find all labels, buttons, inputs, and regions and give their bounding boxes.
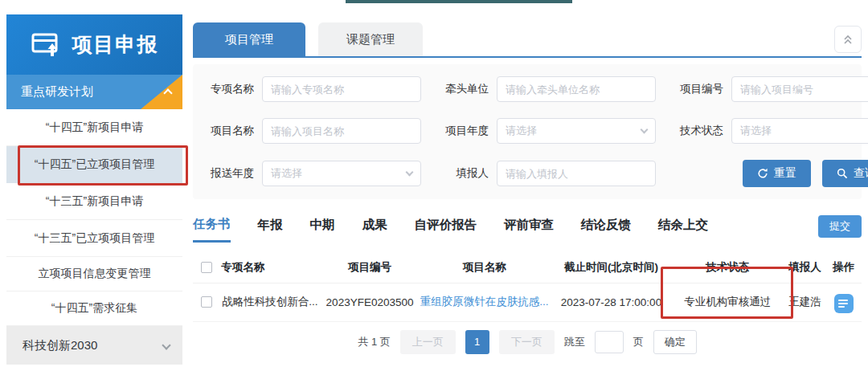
cell-special-name: 战略性科技创新合... xyxy=(220,283,322,321)
header-tech-status: 技术状态 xyxy=(671,252,784,283)
sidebar-section-label: 重点研发计划 xyxy=(21,84,93,100)
subtab-task-book[interactable]: 任务书 xyxy=(193,216,231,243)
header-deadline: 截止时间(北京时间) xyxy=(551,252,671,283)
search-form: 专项名称 牵头单位 项目编号 项目名称 项目年度 请选择 xyxy=(193,64,862,199)
form-buttons: 重置 查询 xyxy=(674,160,868,187)
cell-tech-status: 专业机构审核通过 xyxy=(671,283,784,321)
sidebar: 项目申报 重点研发计划 “十四五”新项目申请 “十四五”已立项项目管理 “十三五… xyxy=(6,14,182,365)
field-project-year: 项目年度 请选择 xyxy=(439,118,656,144)
button-label: 重置 xyxy=(774,166,796,181)
chevron-down-icon xyxy=(406,169,414,177)
search-button[interactable]: 查询 xyxy=(822,160,868,187)
jump-page-input[interactable] xyxy=(595,331,624,353)
button-label: 查询 xyxy=(854,166,868,181)
field-label: 牵头单位 xyxy=(439,82,489,96)
subtab-conclusion-feedback[interactable]: 结论反馈 xyxy=(581,217,631,241)
main-content: 项目管理 课题管理 专项名称 牵头单位 项目 xyxy=(193,24,862,354)
field-tech-status: 技术状态 请选择 xyxy=(674,118,868,144)
field-label: 项目名称 xyxy=(204,124,254,138)
top-divider xyxy=(346,0,572,3)
reset-button[interactable]: 重置 xyxy=(743,160,811,187)
sidebar-item-label: “十四五”已立项项目管理 xyxy=(35,157,154,172)
sidebar-item-label: 立项项目信息变更管理 xyxy=(39,267,151,281)
tab-label: 课题管理 xyxy=(346,32,395,47)
next-page-button[interactable]: 下一页 xyxy=(499,330,555,354)
double-chevron-up-icon xyxy=(841,33,854,46)
tab-bar: 项目管理 课题管理 xyxy=(193,24,862,58)
field-label: 专项名称 xyxy=(204,82,254,96)
jump-prefix-label: 跳至 xyxy=(564,335,585,349)
reporter-input[interactable] xyxy=(497,161,656,186)
current-page-button[interactable]: 1 xyxy=(465,330,489,354)
header-special-name: 专项名称 xyxy=(220,252,322,283)
header-reporter: 填报人 xyxy=(784,252,825,283)
field-label: 报送年度 xyxy=(204,166,254,181)
document-upload-icon xyxy=(31,31,63,59)
sidebar-item-14-5-new-application[interactable]: “十四五”新项目申请 xyxy=(6,109,182,146)
subtab-achievements[interactable]: 成果 xyxy=(362,217,387,241)
sub-tab-bar: 任务书 年报 中期 成果 自评价报告 评前审查 结论反馈 结余上交 提交 xyxy=(193,215,862,243)
field-project-name: 项目名称 xyxy=(204,118,421,144)
tab-project-management[interactable]: 项目管理 xyxy=(193,22,305,56)
document-lines-icon xyxy=(838,300,848,301)
sidebar-item-14-5-demand-collection[interactable]: “十四五”需求征集 xyxy=(6,292,182,326)
row-detail-button[interactable] xyxy=(834,294,854,313)
lead-unit-input[interactable] xyxy=(497,76,656,102)
prev-page-button[interactable]: 上一页 xyxy=(400,330,456,354)
sidebar-section-key-rd-plan[interactable]: 重点研发计划 xyxy=(6,75,182,109)
sidebar-item-label: 科技创新2030 xyxy=(23,338,97,353)
select-placeholder: 请选择 xyxy=(506,124,641,138)
jump-suffix-label: 页 xyxy=(633,335,644,349)
report-year-select[interactable]: 请选择 xyxy=(262,161,421,186)
project-year-select[interactable]: 请选择 xyxy=(497,118,656,144)
field-label: 填报人 xyxy=(439,166,489,181)
field-label: 技术状态 xyxy=(674,124,723,138)
select-placeholder: 请选择 xyxy=(271,166,407,181)
collapse-panel-button[interactable] xyxy=(834,26,862,53)
sidebar-item-13-5-approved-management[interactable]: “十三五”已立项项目管理 xyxy=(6,220,182,257)
sidebar-item-13-5-new-application[interactable]: “十三五”新项目申请 xyxy=(6,183,182,220)
special-name-input[interactable] xyxy=(262,76,421,102)
header-operation: 操作 xyxy=(826,252,862,283)
table-header-row: 专项名称 项目编号 项目名称 截止时间(北京时间) 技术状态 填报人 操作 xyxy=(193,252,862,283)
app-logo: 项目申报 xyxy=(6,14,182,75)
cell-project-no: 2023YFE0203500 xyxy=(322,283,418,321)
page-total: 共 1 页 xyxy=(358,335,390,349)
subtab-midterm[interactable]: 中期 xyxy=(310,217,335,241)
app-screen: 项目申报 重点研发计划 “十四五”新项目申请 “十四五”已立项项目管理 “十三五… xyxy=(0,0,868,367)
submit-button[interactable]: 提交 xyxy=(818,215,862,238)
sidebar-item-sci-tech-innovation-2030[interactable]: 科技创新2030 xyxy=(6,326,182,365)
field-project-no: 项目编号 xyxy=(674,76,868,102)
header-project-no: 项目编号 xyxy=(322,252,418,283)
header-project-name: 项目名称 xyxy=(417,252,551,283)
chevron-down-icon xyxy=(641,126,649,134)
project-no-input[interactable] xyxy=(731,76,868,102)
field-label: 项目年度 xyxy=(439,124,489,138)
subtab-surplus-submission[interactable]: 结余上交 xyxy=(658,217,708,241)
sidebar-item-14-5-approved-management[interactable]: “十四五”已立项项目管理 xyxy=(6,146,182,183)
project-name-input[interactable] xyxy=(262,118,421,144)
subtab-self-evaluation-report[interactable]: 自评价报告 xyxy=(415,217,477,241)
field-report-year: 报送年度 请选择 xyxy=(204,160,421,187)
tab-topic-management[interactable]: 课题管理 xyxy=(318,22,423,56)
sidebar-item-info-change-management[interactable]: 立项项目信息变更管理 xyxy=(6,257,182,292)
sidebar-item-label: “十四五”需求征集 xyxy=(51,301,137,316)
cell-reporter: 王建浩 xyxy=(784,283,825,321)
select-all-checkbox[interactable] xyxy=(201,262,212,273)
project-name-link[interactable]: 重组胶原微针在皮肤抗感... xyxy=(420,296,549,308)
table-row: 战略性科技创新合... 2023YFE0203500 重组胶原微针在皮肤抗感..… xyxy=(193,283,862,321)
field-reporter: 填报人 xyxy=(439,160,656,187)
confirm-jump-button[interactable]: 确定 xyxy=(653,330,697,354)
sidebar-item-label: “十四五”新项目申请 xyxy=(46,120,143,135)
row-checkbox[interactable] xyxy=(201,296,212,308)
tech-status-select[interactable]: 请选择 xyxy=(731,118,868,144)
orange-corner xyxy=(141,75,182,109)
pagination: 共 1 页 上一页 1 下一页 跳至 页 确定 xyxy=(193,330,862,354)
subtab-annual-report[interactable]: 年报 xyxy=(258,217,283,241)
project-table: 专项名称 项目编号 项目名称 截止时间(北京时间) 技术状态 填报人 操作 战略… xyxy=(193,252,862,322)
subtab-pre-review[interactable]: 评前审查 xyxy=(504,217,554,241)
tab-label: 项目管理 xyxy=(225,32,273,47)
field-label: 项目编号 xyxy=(674,82,723,96)
field-special-name: 专项名称 xyxy=(204,76,421,102)
cell-deadline: 2023-07-28 17:00:00 xyxy=(551,283,671,321)
